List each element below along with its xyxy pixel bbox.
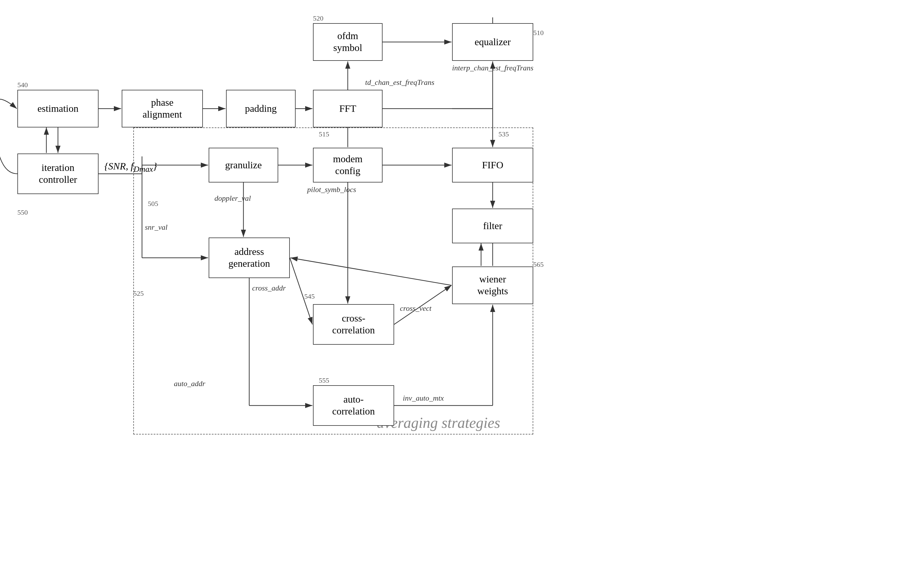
cross-vect-label: cross_vect: [400, 304, 432, 313]
snr-fdmax-label: {SNR, fDmax}: [104, 161, 157, 174]
iteration-controller-box: iterationcontroller: [18, 153, 99, 194]
filter-label: filter: [483, 220, 502, 232]
ref-565: 565: [533, 261, 544, 268]
inv-auto-mtx-label: inv_auto_mtx: [403, 394, 444, 402]
equalizer-label: equalizer: [475, 36, 511, 48]
doppler-val-label: doppler_val: [215, 194, 251, 203]
interp-label: interp_chan_est_freqTrans: [452, 64, 534, 73]
td-chan-label: td_chan_est_freqTrans: [365, 78, 434, 87]
equalizer-box: equalizer: [452, 23, 533, 61]
ofdm-symbol-box: ofdmsymbol: [313, 23, 383, 61]
phase-alignment-box: phasealignment: [122, 90, 203, 128]
ref-505: 505: [148, 200, 158, 208]
padding-box: padding: [226, 90, 296, 128]
auto-correlation-label: auto-correlation: [332, 394, 375, 417]
ref-540: 540: [18, 81, 28, 89]
address-generation-box: addressgeneration: [209, 237, 290, 278]
estimation-label: estimation: [37, 103, 79, 115]
granulize-box: granulize: [209, 148, 278, 183]
address-generation-label: addressgeneration: [228, 246, 270, 270]
cross-addr-label: cross_addr: [252, 284, 286, 292]
ref-550: 550: [18, 208, 28, 216]
fft-box: FFT: [313, 90, 383, 128]
wiener-weights-label: wienerweights: [477, 273, 508, 297]
ref-510: 510: [533, 29, 544, 37]
cross-correlation-label: cross-correlation: [332, 313, 375, 336]
fft-label: FFT: [340, 103, 356, 115]
ref-525: 525: [133, 290, 144, 297]
auto-correlation-box: auto-correlation: [313, 385, 394, 426]
estimation-box: estimation: [18, 90, 99, 128]
ref-545: 545: [304, 292, 315, 300]
phase-alignment-label: phasealignment: [142, 97, 182, 121]
ref-555: 555: [319, 376, 329, 384]
modem-config-box: modemconfig: [313, 148, 383, 183]
ofdm-symbol-label: ofdmsymbol: [333, 30, 362, 54]
pilot-symb-locs-label: pilot_symb_locs: [307, 186, 356, 194]
diagram-container: averaging strategies estimation phaseali…: [0, 0, 912, 588]
snr-val-label: snr_val: [145, 223, 168, 232]
filter-box: filter: [452, 208, 533, 243]
auto-addr-label: auto_addr: [174, 380, 205, 388]
ref-520: 520: [313, 15, 323, 22]
wiener-weights-box: wienerweights: [452, 267, 533, 304]
modem-config-label: modemconfig: [333, 153, 362, 177]
cross-correlation-box: cross-correlation: [313, 304, 394, 345]
averaging-strategies-label: averaging strategies: [377, 414, 500, 431]
iteration-controller-label: iterationcontroller: [39, 162, 77, 186]
ref-515: 515: [319, 130, 329, 138]
padding-label: padding: [245, 103, 277, 115]
ref-535: 535: [498, 130, 509, 138]
fifo-box: FIFO: [452, 148, 533, 183]
granulize-label: granulize: [225, 159, 262, 171]
fifo-label: FIFO: [482, 159, 503, 171]
